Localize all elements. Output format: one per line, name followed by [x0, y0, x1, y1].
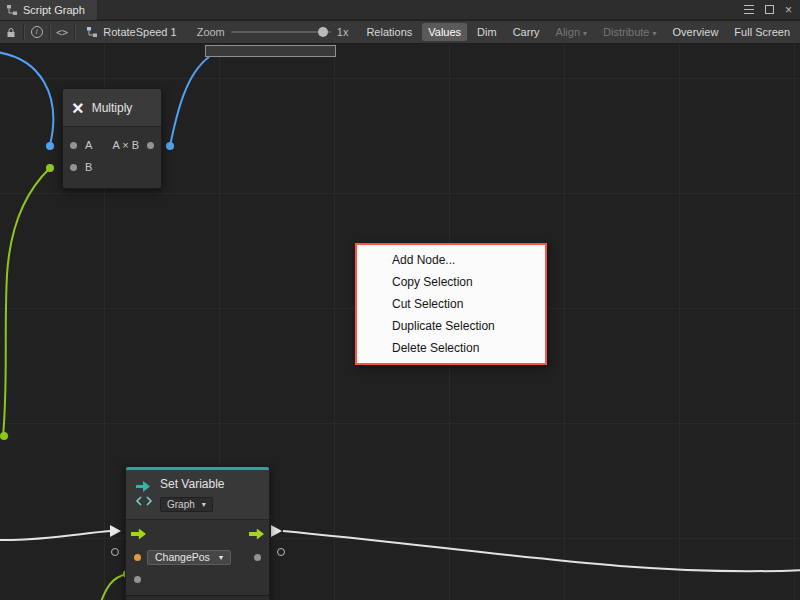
- variable-name-port[interactable]: [134, 554, 141, 561]
- tab-title: Script Graph: [23, 4, 85, 16]
- title-bar: Script Graph ×: [0, 0, 800, 20]
- full-screen-button[interactable]: Full Screen: [728, 23, 796, 41]
- chevron-down-icon: ▾: [219, 553, 223, 562]
- tab-script-graph[interactable]: Script Graph: [0, 0, 97, 20]
- zoom-value: 1x: [337, 26, 349, 38]
- variable-scope-dropdown[interactable]: Graph▾: [160, 497, 213, 512]
- flow-input-port[interactable]: [131, 529, 146, 540]
- zoom-control: Zoom 1x: [197, 25, 349, 39]
- menu-item-duplicate-selection[interactable]: Duplicate Selection: [357, 315, 545, 337]
- multiply-title: Multiply: [92, 101, 133, 115]
- graph-asset-icon: [86, 26, 98, 38]
- zoom-slider[interactable]: [231, 25, 331, 39]
- port-b-input[interactable]: [70, 164, 77, 171]
- set-variable-title: Set Variable: [160, 474, 261, 494]
- multiply-body: A A × B B: [63, 127, 161, 188]
- unity-visual-scripting-window: Script Graph × i <>: [0, 0, 800, 600]
- variable-output-port[interactable]: [254, 554, 261, 561]
- multiply-header: × Multiply: [63, 89, 161, 127]
- menu-item-cut-selection[interactable]: Cut Selection: [357, 293, 545, 315]
- value-input-row: [126, 568, 269, 590]
- distribute-dropdown[interactable]: Distribute▾: [597, 23, 662, 41]
- zoom-label: Zoom: [197, 26, 225, 38]
- multiply-icon: ×: [72, 98, 84, 118]
- port-a-input[interactable]: [70, 142, 77, 149]
- menu-item-add-node[interactable]: Add Node...: [357, 249, 545, 271]
- align-dropdown[interactable]: Align▾: [550, 23, 593, 41]
- graph-toolbar: i <> RotateSpeed 1 Zoom 1x Relations Val…: [0, 21, 800, 44]
- carry-button[interactable]: Carry: [507, 23, 546, 41]
- variable-name-row: ChangePos▾: [126, 546, 269, 568]
- node-fragment-top[interactable]: [205, 45, 336, 57]
- code-view-icon[interactable]: <>: [55, 24, 69, 40]
- chevron-down-icon: ▾: [583, 29, 587, 38]
- port-result-output[interactable]: [147, 142, 154, 149]
- overview-button[interactable]: Overview: [667, 23, 725, 41]
- variable-name-dropdown[interactable]: ChangePos▾: [147, 550, 231, 565]
- menu-item-delete-selection[interactable]: Delete Selection: [357, 337, 545, 359]
- close-icon[interactable]: ×: [785, 4, 792, 16]
- maximize-icon[interactable]: [765, 5, 774, 14]
- port-out-label: A × B: [112, 139, 139, 151]
- node-multiply[interactable]: × Multiply A A × B B: [62, 88, 162, 189]
- menu-item-copy-selection[interactable]: Copy Selection: [357, 271, 545, 293]
- relations-button[interactable]: Relations: [360, 23, 418, 41]
- node-set-variable[interactable]: Set Variable Graph▾ ChangePos▾: [125, 466, 270, 600]
- flow-output-port[interactable]: [249, 529, 264, 540]
- divider: [74, 25, 75, 40]
- divider: [23, 25, 24, 40]
- set-variable-footer: [126, 595, 269, 600]
- multiply-output-group: A × B: [112, 139, 154, 151]
- multiply-row-b: B: [63, 156, 161, 178]
- breadcrumb[interactable]: RotateSpeed 1: [86, 26, 176, 38]
- set-variable-header: Set Variable Graph▾: [126, 470, 269, 520]
- zoom-slider-track[interactable]: [231, 31, 331, 33]
- multiply-row-a: A A × B: [63, 134, 161, 156]
- zoom-slider-knob[interactable]: [318, 27, 328, 37]
- dim-button[interactable]: Dim: [471, 23, 503, 41]
- value-input-port[interactable]: [134, 576, 141, 583]
- chevron-down-icon: ▾: [653, 29, 657, 38]
- lock-icon[interactable]: [4, 24, 18, 40]
- divider: [49, 25, 50, 40]
- info-icon[interactable]: i: [29, 24, 43, 40]
- flow-port-row: [126, 522, 269, 546]
- port-b-label: B: [85, 161, 92, 173]
- port-a-label: A: [85, 139, 92, 151]
- window-controls: ×: [744, 4, 800, 16]
- values-button[interactable]: Values: [422, 23, 467, 41]
- toolbar-buttons: Relations Values Dim Carry Align▾ Distri…: [360, 23, 796, 41]
- set-variable-icon: [134, 479, 154, 507]
- script-graph-icon: [6, 4, 18, 16]
- window-menu-icon[interactable]: [744, 5, 754, 14]
- chevron-down-icon: ▾: [202, 500, 206, 509]
- breadcrumb-label: RotateSpeed 1: [103, 26, 176, 38]
- context-menu: Add Node... Copy Selection Cut Selection…: [355, 243, 547, 365]
